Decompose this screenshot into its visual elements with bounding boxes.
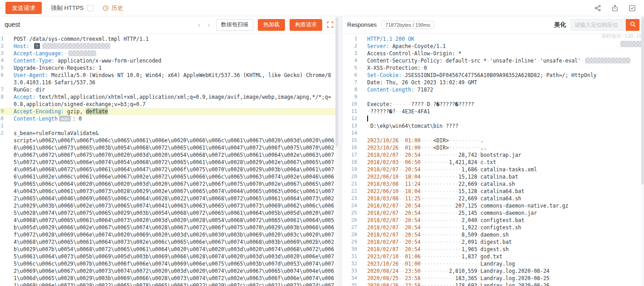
code-line: 14 (343, 130, 644, 137)
code-line-content: HTTP/1.1·200·OK (367, 35, 644, 43)
code-text: 2018/02/07··20:54 (367, 217, 421, 223)
line-number-gutter: 1 (0, 35, 5, 43)
request-panel-title: Request (5, 21, 25, 29)
code-line: 2Server:·Apache-Coyote/1.1 (343, 43, 644, 50)
code-line-content: 2018/02/03··06:50·········1,421,824·c.tx… (367, 159, 644, 166)
main-split: Request ‹ › 数据包扫描 热加载 构造请求 1POST·/data/s… (0, 16, 644, 286)
force-https-checkbox[interactable] (87, 5, 93, 11)
line-number-gutter: 35 (343, 282, 364, 286)
code-text: 2020/08/25··23:58 (367, 275, 421, 281)
code-line-content: ·??????�?··4E3E-4FA1 (367, 108, 644, 115)
code-text: ·text/html,application/xhtml+xml,applica… (14, 94, 331, 107)
code-line-content: 2018/03/08··11:25············22,669·cata… (367, 195, 644, 202)
export-icon[interactable] (611, 5, 619, 12)
code-line: 1HTTP/1.1·200·OK (343, 35, 644, 43)
code-text: User-Agent: (14, 72, 48, 78)
code-text: deflate (86, 108, 108, 115)
inline-hint-badge: ? (34, 43, 40, 49)
search-button[interactable] (626, 19, 639, 31)
code-text: ·Mozilla/5.0·(Windows·NT·10.0;·Win64;·x6… (14, 72, 331, 86)
code-line: 222022/06/10··18:04············15,128·ca… (343, 188, 644, 195)
code-text: ·gzip,· (64, 108, 86, 115)
line-number-gutter: 6 (343, 72, 364, 79)
code-text: 2018/02/07··20:54 (367, 246, 421, 252)
code-text: 2018/02/07··20:54 (367, 224, 421, 231)
line-number-gutter: 11 (343, 108, 364, 115)
line-number-gutter: 6 (0, 72, 5, 86)
line-number-gutter: 20 (343, 173, 364, 180)
next-response-button[interactable]: › (206, 21, 211, 29)
code-line: 172018/02/07··20:54············28,742·bo… (343, 151, 644, 159)
expand-icon[interactable] (327, 21, 334, 28)
request-scrollbar[interactable] (335, 16, 338, 286)
code-text: ·application/x-www-form-urlencoded (54, 58, 161, 64)
force-https-toggle[interactable]: 强制 HTTPS (51, 4, 93, 12)
response-meta-badge: 71872bytes / 199ms (381, 21, 434, 29)
edit-check-icon[interactable] (629, 5, 636, 12)
send-request-button[interactable]: 发送请求 (5, 2, 42, 14)
code-line: 11 (0, 122, 338, 130)
code-line: 212018/03/08··11:24············22,669·ca… (343, 180, 644, 188)
history-label: 历史 (111, 4, 123, 12)
code-text: ·Apache-Coyote/1.1 (389, 43, 446, 49)
line-number-gutter: 10 (0, 115, 5, 122)
hot-reload-button[interactable]: 热加载 (258, 19, 285, 31)
code-line-content: 2023/07/10··01:06·············1,837·god.… (367, 253, 644, 260)
request-panel-header: Request ‹ › 数据包扫描 热加载 构造请求 (0, 16, 338, 34)
code-line: 1POST·/data/sys-common/treexml.tmpl·HTTP… (0, 35, 338, 43)
code-line: 7RunGo:·dir (0, 86, 338, 93)
code-text: ············25,145·commons-daemon.jar (421, 210, 537, 216)
code-line: 3Access-Control-Allow-Origin:·* (343, 50, 644, 57)
response-editor[interactable]: 远程地址:120.19 1HTTP/1.1·200·OK2Server:·Apa… (343, 34, 644, 286)
line-number-gutter: 25 (343, 209, 364, 217)
code-text: ············15,128·catalina64.bat (421, 188, 525, 194)
request-editor[interactable]: 1POST·/data/sys-common/treexml.tmpl·HTTP… (0, 34, 338, 286)
code-text: Content-Length: (367, 87, 414, 93)
line-number-gutter: 32 (343, 260, 364, 267)
line-number-gutter: 8 (343, 86, 364, 93)
line-number-gutter: 21 (343, 180, 364, 188)
code-text: 2018/02/07··20:54 (367, 152, 421, 158)
code-line-content: User-Agent:·Mozilla/5.0·(Windows·NT·10.0… (14, 72, 338, 86)
code-line: 4Content-Security-Policy:·default-src·*·… (343, 57, 644, 64)
code-text: 2023/10/26··01:00 (367, 261, 421, 267)
code-text: 2018/02/07··20:54 (367, 239, 421, 245)
code-line-content: Content-Length:·71872 (367, 86, 644, 93)
line-number-gutter: 5 (0, 64, 5, 72)
code-text: 2020/08/24··23:50 (367, 268, 421, 274)
redacted-blur (42, 43, 110, 49)
code-line-content: Server:·Apache-Coyote/1.1 (367, 43, 644, 50)
code-line-content: 2023/10/26··01:00····<DIR>··········.. (367, 144, 644, 151)
code-text: · (29, 43, 33, 49)
code-text: s_bean=ruleFormulaValidate& (14, 130, 98, 136)
code-line: 4Content-Type:·application/x-www-form-ur… (0, 57, 338, 64)
code-line: 5X-XSS-Protection:·0 (343, 64, 644, 72)
build-request-button[interactable]: 构造请求 (290, 19, 322, 31)
line-number-gutter: 27 (343, 224, 364, 231)
code-line: 332020/08/24··23:50·········2,810,559·La… (343, 267, 644, 275)
line-number-gutter: 15 (343, 137, 364, 144)
panel-divider[interactable] (338, 16, 343, 286)
code-line-content: Accept-Encoding:·gzip,·deflate (14, 108, 338, 115)
code-text: ···········183,365·Landray.log.2020-08-2… (421, 275, 550, 281)
history-button[interactable]: 历史 (103, 4, 123, 12)
packet-scan-button[interactable]: 数据包扫描 (216, 19, 253, 31)
line-number-gutter: 9 (0, 108, 5, 115)
response-scrollbar[interactable] (641, 16, 644, 286)
line-number-gutter: 22 (343, 188, 364, 195)
line-number-gutter: 4 (0, 57, 5, 64)
code-line-content: 2023/10/26··01:00···················Land… (367, 260, 644, 267)
code-text: 2018/03/08··11:24 (367, 181, 421, 187)
line-number-gutter: 13 (343, 122, 364, 130)
code-line-content (14, 122, 338, 130)
line-number-gutter: 33 (343, 267, 364, 275)
prev-response-button[interactable]: ‹ (197, 21, 202, 29)
code-line: 292018/02/07··20:54·············2,091·di… (343, 238, 644, 246)
beautify-button[interactable]: 美化 (554, 21, 566, 29)
line-number-gutter: 28 (343, 231, 364, 238)
code-line: 7Date:·Thu,·26·Oct·2023·13:02:49·GMT (343, 79, 644, 86)
code-text: 2018/02/07··20:54 (367, 203, 421, 209)
share-icon[interactable] (594, 5, 601, 12)
code-text: 2018/02/03··06:50 (367, 159, 421, 165)
locate-response-input[interactable] (570, 19, 626, 31)
